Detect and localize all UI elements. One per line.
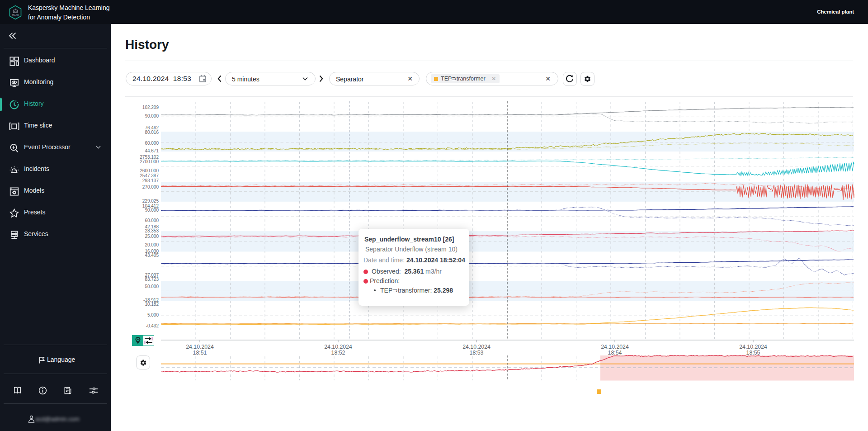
svg-text:44.671: 44.671 [145,148,159,153]
svg-text:60.000: 60.000 [145,218,159,223]
svg-text:18:55: 18:55 [746,350,760,356]
svg-text:83.723: 83.723 [145,277,159,282]
svg-text:60.000: 60.000 [145,141,159,146]
svg-text:18:53: 18:53 [470,350,484,356]
svg-text:102.209: 102.209 [142,105,159,110]
svg-text:293.137: 293.137 [142,178,159,183]
svg-text:18:51: 18:51 [193,350,207,356]
svg-text:18:52: 18:52 [331,350,345,356]
svg-text:18:54: 18:54 [608,350,622,356]
svg-text:25.000: 25.000 [145,234,159,239]
svg-text:5.000: 5.000 [147,313,159,317]
svg-text:MLAD: MLAD [12,14,19,16]
svg-text:270.000: 270.000 [142,185,159,189]
svg-text:90.000: 90.000 [145,208,159,213]
svg-text:2547.387: 2547.387 [140,173,159,178]
svg-text:28.353: 28.353 [145,228,159,233]
svg-text:43.405: 43.405 [145,253,159,258]
svg-text:50.000: 50.000 [145,284,159,289]
svg-text:90.000: 90.000 [145,114,159,118]
svg-text:10.182: 10.182 [145,302,159,307]
svg-text:2700.000: 2700.000 [140,159,159,164]
svg-text:2600.000: 2600.000 [140,168,159,173]
svg-text:-0.432: -0.432 [146,323,159,328]
svg-text:20.000: 20.000 [145,242,159,247]
svg-text:229.025: 229.025 [142,199,159,204]
svg-text:80.016: 80.016 [145,130,159,135]
